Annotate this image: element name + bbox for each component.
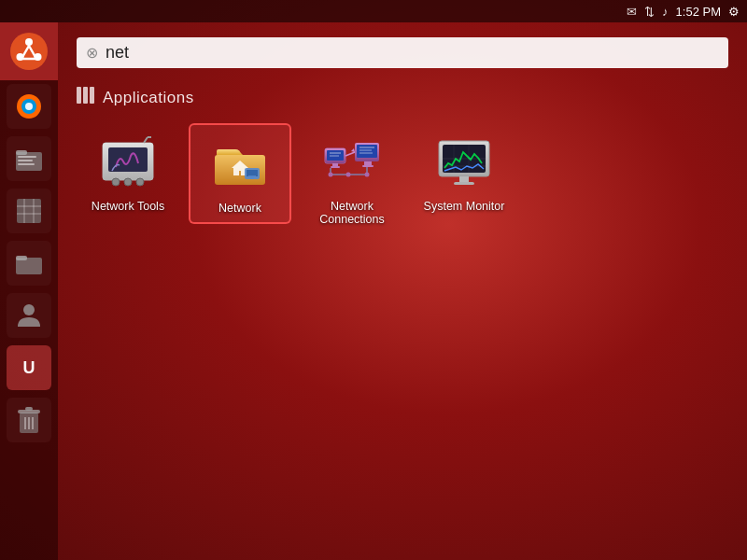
system-monitor-label: System Monitor xyxy=(424,200,505,213)
svg-rect-11 xyxy=(18,163,35,165)
search-input[interactable] xyxy=(106,43,719,63)
svg-rect-22 xyxy=(25,407,33,411)
svg-rect-26 xyxy=(77,87,81,104)
svg-rect-40 xyxy=(247,170,258,176)
svg-rect-49 xyxy=(332,163,338,166)
network-tools-label: Network Tools xyxy=(92,200,164,213)
dock-item-software[interactable]: U xyxy=(7,345,51,390)
search-bar-container: ⊗ xyxy=(77,37,728,68)
svg-line-58 xyxy=(345,152,355,156)
svg-point-6 xyxy=(25,103,33,110)
system-tray: ✉ ⇅ ♪ 1:52 PM ⚙ xyxy=(627,5,740,19)
svg-point-32 xyxy=(112,178,120,186)
svg-rect-18 xyxy=(16,256,27,260)
svg-rect-28 xyxy=(90,87,94,104)
applications-icon xyxy=(77,87,95,108)
system-monitor-icon xyxy=(434,133,494,192)
network-connections-icon xyxy=(322,133,382,192)
left-dock: U xyxy=(0,22,58,560)
svg-point-63 xyxy=(329,173,333,177)
clock: 1:52 PM xyxy=(676,5,721,19)
svg-rect-9 xyxy=(18,156,36,158)
svg-rect-12 xyxy=(17,199,41,223)
main-content: ⊗ Applications xyxy=(58,22,747,560)
svg-point-19 xyxy=(23,304,35,315)
app-item-network-tools[interactable]: Network Tools xyxy=(77,123,179,220)
svg-rect-69 xyxy=(454,182,474,185)
search-bar: ⊗ xyxy=(77,37,728,68)
dock-item-folder[interactable] xyxy=(7,241,51,286)
dock-item-spreadsheet[interactable] xyxy=(7,189,51,233)
svg-rect-8 xyxy=(16,150,27,155)
section-title: Applications xyxy=(103,89,194,107)
top-panel: ✉ ⇅ ♪ 1:52 PM ⚙ xyxy=(0,0,747,22)
svg-marker-59 xyxy=(351,148,355,152)
svg-rect-57 xyxy=(362,165,374,167)
svg-rect-56 xyxy=(364,161,372,165)
network-folder-icon xyxy=(210,134,270,194)
ubuntu-logo xyxy=(10,33,48,70)
ubuntu-home-button[interactable] xyxy=(0,22,58,80)
svg-rect-50 xyxy=(331,166,340,168)
network-status-icon[interactable]: ⇅ xyxy=(644,5,655,19)
network-tools-icon xyxy=(98,133,158,192)
svg-point-34 xyxy=(136,178,144,186)
svg-rect-52 xyxy=(357,145,377,158)
network-connections-label: Network Connections xyxy=(308,200,396,226)
svg-point-64 xyxy=(365,173,370,177)
svg-point-33 xyxy=(124,178,132,186)
volume-icon[interactable]: ♪ xyxy=(662,5,669,19)
search-clear-icon[interactable]: ⊗ xyxy=(86,44,98,62)
dock-item-users[interactable] xyxy=(7,293,51,338)
app-item-network-connections[interactable]: Network Connections xyxy=(301,123,403,233)
svg-rect-68 xyxy=(459,176,469,182)
settings-icon[interactable]: ⚙ xyxy=(728,5,740,19)
dock-item-trash[interactable] xyxy=(7,398,51,442)
app-grid: Network Tools xyxy=(77,123,728,233)
software-label: U xyxy=(23,358,35,378)
email-icon[interactable]: ✉ xyxy=(627,5,637,19)
svg-rect-27 xyxy=(83,87,88,104)
dock-item-firefox[interactable] xyxy=(7,84,51,129)
svg-rect-10 xyxy=(18,160,33,161)
svg-point-65 xyxy=(346,173,351,177)
network-label: Network xyxy=(218,202,261,215)
section-header: Applications xyxy=(77,87,728,108)
svg-line-35 xyxy=(144,137,148,143)
app-item-system-monitor[interactable]: System Monitor xyxy=(413,123,515,220)
dock-item-files[interactable] xyxy=(7,136,51,181)
app-item-network[interactable]: Network xyxy=(189,123,291,224)
